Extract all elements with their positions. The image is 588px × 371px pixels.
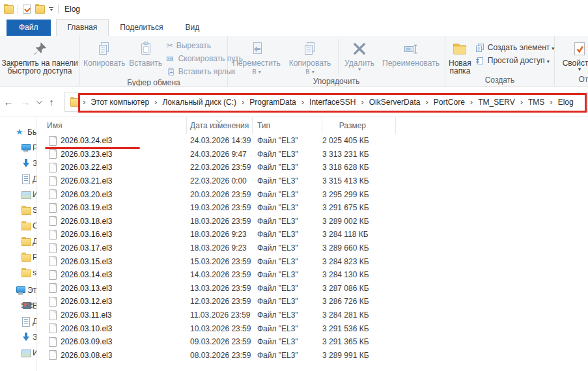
file-name-cell[interactable]: 2026.03.14.el3 bbox=[37, 270, 187, 280]
file-row[interactable]: 2026.03.08.el3 08.03.2026 23:59 Файл "EL… bbox=[37, 349, 588, 363]
group-label-organize: Упорядочить bbox=[228, 77, 445, 86]
column-header-date-modified[interactable]: Дата изменения bbox=[187, 117, 253, 134]
file-name: 2026.03.15.el3 bbox=[61, 257, 112, 266]
file-name-cell[interactable]: 2026.03.16.el3 bbox=[37, 230, 187, 240]
properties-check-icon[interactable] bbox=[23, 5, 31, 14]
file-name-cell[interactable]: 2026.03.22.el3 bbox=[37, 163, 187, 172]
column-header-size[interactable]: Размер bbox=[322, 117, 396, 134]
file-date-cell: 18.03.2026 23:59 bbox=[187, 217, 253, 226]
copy-button[interactable]: Копировать bbox=[81, 38, 128, 78]
file-name-cell[interactable]: 2026.03.24.el3 bbox=[37, 136, 187, 146]
file-row[interactable]: 2026.03.18.el3 18.03.2026 23:59 Файл "EL… bbox=[37, 215, 588, 228]
rename-button[interactable]: Переименовать bbox=[378, 38, 443, 77]
sidebar-item[interactable]: Эт bbox=[0, 282, 36, 298]
navigation-pane: Бы Р З Д И bbox=[0, 117, 37, 371]
tab-file[interactable]: Файл bbox=[7, 20, 51, 36]
pictures-icon bbox=[21, 189, 31, 200]
breadcrumb-item[interactable]: PortCore bbox=[429, 95, 469, 109]
column-header-type[interactable]: Тип bbox=[253, 117, 322, 134]
sidebar-item[interactable]: З bbox=[0, 156, 36, 171]
file-type-cell: Файл "EL3" bbox=[253, 284, 322, 293]
file-row[interactable]: 2026.03.19.el3 19.03.2026 23:59 Файл "EL… bbox=[37, 201, 588, 215]
ribbon-group-open: Свойства ▾ Открыть bbox=[555, 36, 588, 86]
sidebar-item[interactable]: s bbox=[0, 265, 36, 281]
file-name-cell[interactable]: 2026.03.21.el3 bbox=[37, 176, 187, 186]
file-row[interactable]: 2026.03.20.el3 20.03.2026 23:59 Файл "EL… bbox=[37, 187, 588, 201]
file-name-cell[interactable]: 2026.03.23.el3 bbox=[37, 149, 187, 159]
file-name-cell[interactable]: 2026.03.12.el3 bbox=[37, 297, 187, 307]
file-name-cell[interactable]: 2026.03.13.el3 bbox=[37, 283, 187, 293]
computer-icon bbox=[16, 285, 25, 295]
sidebar-item[interactable]: В bbox=[0, 298, 36, 314]
file-row[interactable]: 2026.03.14.el3 14.03.2026 23:59 Файл "EL… bbox=[37, 268, 588, 282]
file-row[interactable]: 2026.03.22.el3 22.03.2026 23:59 Файл "EL… bbox=[37, 161, 588, 174]
file-size-cell: 3 289 660 КБ bbox=[322, 243, 396, 253]
file-type-cell: Файл "EL3" bbox=[253, 176, 322, 186]
file-row[interactable]: 2026.03.12.el3 12.03.2026 23:59 Файл "EL… bbox=[37, 295, 588, 309]
window-title: Elog bbox=[64, 5, 80, 14]
sidebar-item[interactable]: Р bbox=[0, 140, 36, 156]
properties-button[interactable]: Свойства ▾ bbox=[560, 38, 588, 75]
breadcrumb-item[interactable]: Elog bbox=[553, 95, 578, 109]
file-name-cell[interactable]: 2026.03.11.el3 bbox=[37, 310, 187, 320]
quick-access-toolbar: Elog bbox=[4, 5, 80, 14]
delete-button[interactable]: Удалить ▾ bbox=[341, 38, 378, 77]
file-row[interactable]: 2026.03.13.el3 13.03.2026 23:59 Файл "EL… bbox=[37, 282, 588, 295]
file-name-cell[interactable]: 2026.03.08.el3 bbox=[37, 350, 187, 360]
address-input[interactable]: › Этот компьютер › Локальный диск (C:) ›… bbox=[64, 92, 588, 112]
file-row[interactable]: 2026.03.09.el3 09.03.2026 23:59 Файл "EL… bbox=[37, 335, 588, 349]
file-row[interactable]: 2026.03.17.el3 18.03.2026 9:23 Файл "EL3… bbox=[37, 241, 588, 255]
sidebar-item[interactable]: Бы bbox=[0, 124, 36, 140]
file-row[interactable]: 2026.03.16.el3 18.03.2026 9:23 Файл "EL3… bbox=[37, 228, 588, 241]
forward-button[interactable]: → bbox=[17, 96, 34, 107]
file-row[interactable]: 2026.03.21.el3 22.03.2026 0:00 Файл "EL3… bbox=[37, 174, 588, 188]
sidebar-item[interactable]: Р bbox=[0, 249, 36, 265]
file-name-cell[interactable]: 2026.03.17.el3 bbox=[37, 243, 187, 253]
file-name-cell[interactable]: 2026.03.09.el3 bbox=[37, 337, 187, 347]
easy-access-button[interactable]: Простой доступ bbox=[476, 54, 555, 67]
file-name-cell[interactable]: 2026.03.18.el3 bbox=[37, 216, 187, 226]
sidebar-item[interactable]: Д bbox=[0, 234, 36, 249]
file-row[interactable]: 2026.03.23.el3 24.03.2026 9:47 Файл "EL3… bbox=[37, 148, 588, 161]
ribbon-group-clipboard: Копировать Вставить ✂ Вырезать bbox=[80, 36, 228, 86]
tab-home[interactable]: Главная bbox=[56, 19, 109, 36]
sidebar-item[interactable]: И bbox=[0, 187, 36, 202]
file-name-cell[interactable]: 2026.03.15.el3 bbox=[37, 256, 187, 266]
back-button[interactable]: ← bbox=[0, 96, 17, 107]
breadcrumb-item[interactable]: Локальный диск (C:) bbox=[158, 95, 241, 109]
customize-toolbar-chevron-icon[interactable] bbox=[49, 7, 53, 12]
file-name-cell[interactable]: 2026.03.19.el3 bbox=[37, 203, 187, 213]
sidebar-item[interactable]: З bbox=[0, 329, 36, 345]
sidebar-item[interactable]: И bbox=[0, 345, 36, 361]
new-item-button[interactable]: Создать элемент bbox=[476, 41, 555, 54]
breadcrumb-item[interactable]: Этот компьютер bbox=[86, 95, 154, 109]
breadcrumb-item[interactable]: OikServerData bbox=[365, 95, 425, 109]
breadcrumb-item[interactable]: InterfaceSSH bbox=[305, 95, 360, 109]
file-date-cell: 18.03.2026 9:23 bbox=[187, 230, 253, 239]
breadcrumb-item[interactable]: TMS bbox=[524, 95, 549, 109]
sidebar-item[interactable]: S bbox=[0, 202, 36, 218]
pin-to-quick-access-button[interactable]: Закрепить на панели быстрого доступа bbox=[0, 38, 80, 76]
file-row[interactable]: 2026.03.15.el3 15.03.2026 23:59 Файл "EL… bbox=[37, 254, 588, 268]
tab-view[interactable]: Вид bbox=[174, 20, 210, 36]
move-to-button[interactable]: Переместить в bbox=[229, 38, 284, 77]
file-row[interactable]: 2026.03.10.el3 10.03.2026 23:59 Файл "EL… bbox=[37, 322, 588, 335]
new-folder-button[interactable]: Новая папка bbox=[447, 38, 473, 76]
file-row[interactable]: 2026.03.11.el3 11.03.2026 23:59 Файл "EL… bbox=[37, 309, 588, 322]
breadcrumb-item[interactable]: ProgramData bbox=[245, 95, 300, 109]
sidebar-item[interactable]: C bbox=[0, 218, 36, 234]
file-name-cell[interactable]: 2026.03.10.el3 bbox=[37, 323, 187, 333]
recent-locations-chevron-icon[interactable] bbox=[34, 97, 43, 106]
up-button[interactable]: ↑ bbox=[43, 96, 60, 107]
paste-button[interactable]: Вставить bbox=[128, 38, 164, 78]
file-type-cell: Файл "EL3" bbox=[253, 163, 322, 172]
tab-share[interactable]: Поделиться bbox=[109, 20, 174, 36]
breadcrumb-item[interactable]: TM_SERV bbox=[473, 95, 519, 109]
file-name-cell[interactable]: 2026.03.20.el3 bbox=[37, 189, 187, 199]
sidebar-item[interactable]: Д bbox=[0, 314, 36, 329]
sidebar-item[interactable]: Д bbox=[0, 171, 36, 187]
file-row[interactable]: 2026.03.24.el3 24.03.2026 14:39 Файл "EL… bbox=[37, 134, 588, 148]
new-folder-icon[interactable] bbox=[35, 5, 44, 13]
column-header-name[interactable]: Имя bbox=[37, 117, 187, 134]
copy-to-button[interactable]: Копировать в bbox=[284, 38, 336, 77]
